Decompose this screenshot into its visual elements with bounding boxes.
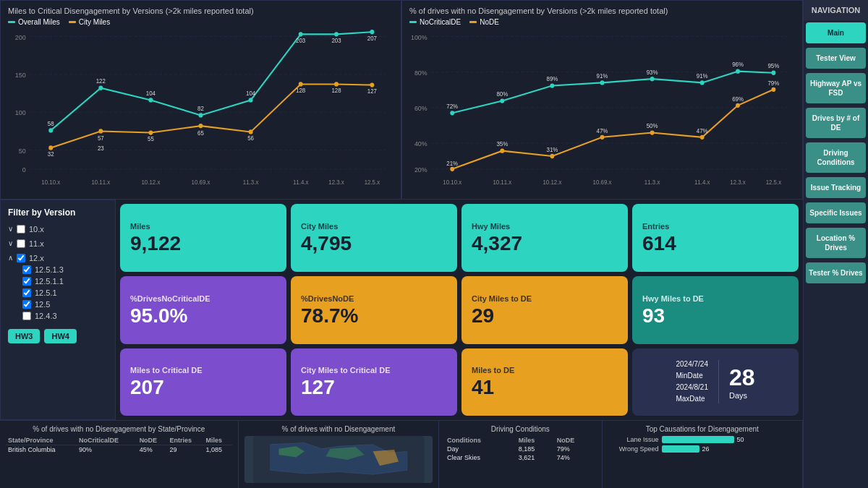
svg-text:95%: 95% (768, 63, 780, 69)
cell-miles: 1,085 (203, 445, 231, 455)
svg-text:100%: 100% (411, 33, 427, 40)
svg-text:10.10.x: 10.10.x (443, 179, 461, 186)
date-divider (718, 360, 719, 403)
nav-driving-conditions[interactable]: Driving Conditions (806, 142, 866, 173)
nav-specific-issues[interactable]: Specific Issues (806, 202, 866, 223)
cell-day-miles: 8,185 (516, 445, 555, 453)
svg-text:72%: 72% (446, 103, 458, 110)
svg-text:40%: 40% (414, 140, 427, 147)
nav-main[interactable]: Main (806, 22, 866, 43)
label-125: 12.5 (35, 300, 50, 309)
svg-point-73 (650, 77, 655, 81)
right-chart-panel: % of drives with no Disengagement by Ver… (401, 0, 803, 200)
checkbox-12513[interactable] (22, 265, 31, 274)
cell-nocritical: 90% (77, 445, 137, 455)
nav-panel: NAVIGATION Main Tester View Highway AP v… (803, 0, 868, 488)
svg-text:10.11.x: 10.11.x (91, 179, 110, 186)
svg-text:91%: 91% (697, 73, 708, 80)
min-date-sub: MinDate (676, 370, 708, 382)
stats-grid: Miles 9,122 City Miles 4,795 Hwy Miles 4… (116, 200, 803, 420)
svg-point-88 (600, 135, 605, 140)
legend-nocritical-label: NoCriticalDE (420, 18, 461, 26)
conditions-row-day: Day 8,185 79% (445, 445, 595, 453)
svg-point-19 (98, 86, 103, 90)
nav-issue-tracking[interactable]: Issue Tracking (806, 177, 866, 198)
stat-no-de-label: %DrivesNoDE (301, 294, 447, 303)
legend-node: NoDE (469, 18, 499, 26)
hw3-button[interactable]: HW3 (8, 329, 40, 343)
stat-city-critical-de-label: City Miles to Critical DE (301, 366, 447, 374)
nav-tester-view[interactable]: Tester View (806, 48, 866, 69)
svg-point-92 (771, 87, 775, 92)
stat-hwy-miles-de-label: Hwy Miles to DE (642, 294, 788, 303)
days-block: 28 Days (729, 364, 755, 400)
nav-highway-ap[interactable]: Highway AP vs FSD (806, 73, 866, 103)
svg-point-21 (199, 113, 203, 117)
svg-point-76 (771, 71, 775, 75)
svg-text:20%: 20% (414, 166, 427, 174)
right-chart-svg: 100% 80% 60% 40% 20% 10.10.x 10.11.x 10.… (409, 29, 795, 188)
svg-text:55: 55 (148, 136, 154, 142)
checkbox-1243[interactable] (22, 312, 31, 320)
causation-lane-bar (662, 436, 734, 443)
expand-12x[interactable]: ∧ (8, 254, 13, 262)
col-entries: Entries (167, 436, 203, 445)
causation-speed: Wrong Speed 26 (608, 445, 797, 453)
svg-text:200: 200 (15, 33, 26, 40)
nav-tester-drives[interactable]: Tester % Drives (806, 262, 866, 283)
checkbox-12511[interactable] (22, 277, 31, 286)
col-node: NoDE (137, 436, 168, 445)
svg-point-71 (550, 83, 554, 87)
legend-city-label: City Miles (79, 18, 110, 26)
svg-point-75 (736, 69, 740, 74)
conditions-table: Conditions Miles NoDE Day 8,185 79% Clea… (445, 436, 595, 462)
svg-text:10.69.x: 10.69.x (593, 179, 612, 186)
conditions-row-clear: Clear Skies 3,621 74% (445, 453, 595, 462)
legend-city: City Miles (69, 18, 110, 26)
col-miles: Miles (203, 436, 231, 445)
checkbox-125[interactable] (22, 300, 31, 309)
expand-10x[interactable]: ∨ (8, 225, 13, 233)
svg-text:47%: 47% (697, 127, 708, 134)
svg-point-70 (500, 98, 504, 103)
svg-point-20 (148, 98, 153, 102)
right-chart-title: % of drives with no Disengagement by Ver… (409, 7, 795, 15)
checkbox-1251[interactable] (22, 288, 31, 297)
svg-text:21%: 21% (446, 160, 458, 166)
stat-no-critical-de-label: %DrivesNoCriticalDE (130, 294, 276, 303)
hw4-button[interactable]: HW4 (44, 329, 76, 343)
legend-overall-label: Overall Miles (18, 18, 60, 26)
legend-nocritical-dot (409, 21, 417, 23)
svg-point-89 (650, 130, 655, 134)
svg-text:57: 57 (98, 135, 104, 142)
causation-speed-val: 26 (702, 445, 710, 453)
causation-speed-bar (662, 445, 699, 453)
legend-node-dot (469, 21, 477, 23)
checkbox-12x[interactable] (17, 254, 25, 262)
expand-11x[interactable]: ∨ (8, 239, 13, 247)
stat-city-miles-de: City Miles to DE 29 (461, 276, 628, 344)
svg-text:11.4.x: 11.4.x (293, 179, 308, 186)
label-1243: 12.4.3 (35, 312, 57, 320)
svg-text:31%: 31% (547, 147, 558, 153)
nav-drives-de[interactable]: Drives by # of DE (806, 108, 866, 138)
svg-point-25 (370, 30, 374, 34)
col-state: State/Province (6, 436, 77, 445)
conditions-title: Driving Conditions (445, 425, 595, 433)
svg-text:10.12.x: 10.12.x (542, 179, 561, 186)
svg-text:96%: 96% (732, 61, 744, 68)
svg-text:47%: 47% (597, 127, 608, 134)
filter-group-12x: ∧ 12.x 12.5.1.3 12.5.1.1 (8, 252, 108, 322)
stat-miles: Miles 9,122 (120, 204, 286, 272)
nav-location-drives[interactable]: Location % Drives (806, 228, 866, 258)
checkbox-10x[interactable] (17, 225, 25, 234)
checkbox-11x[interactable] (17, 239, 25, 248)
label-11x: 11.x (29, 239, 44, 248)
svg-text:91%: 91% (597, 73, 608, 80)
state-table-title: % of drives with no Disengagement by Sta… (6, 425, 232, 433)
svg-text:11.3.x: 11.3.x (644, 179, 660, 186)
svg-point-90 (700, 135, 705, 140)
stat-hwy-miles-de-value: 93 (642, 306, 788, 326)
svg-text:89%: 89% (547, 76, 558, 82)
svg-point-38 (249, 129, 253, 134)
